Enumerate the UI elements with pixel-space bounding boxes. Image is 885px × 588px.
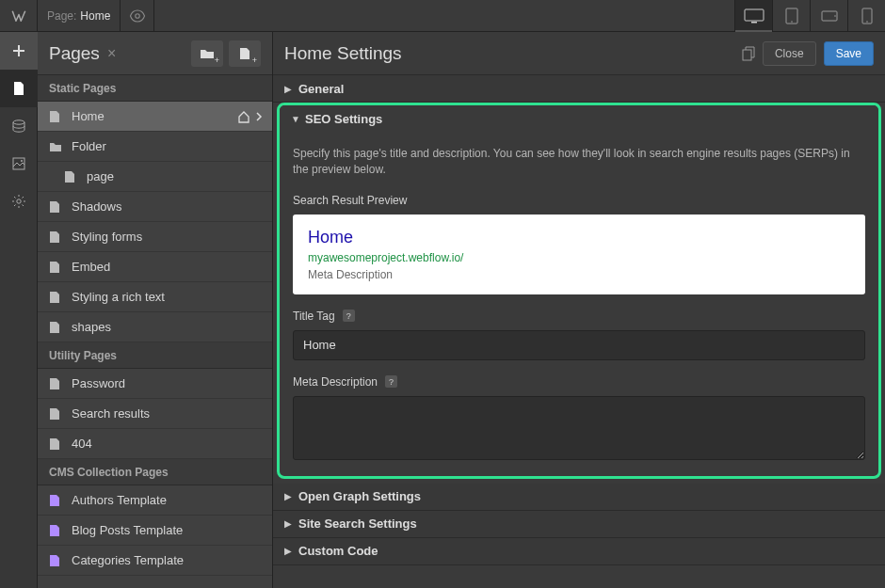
page-row-label: page [87, 169, 114, 183]
seo-description-text: Specify this page's title and descriptio… [293, 146, 865, 179]
page-row[interactable]: Search results [38, 399, 272, 429]
close-button[interactable]: Close [763, 41, 816, 66]
page-row[interactable]: Blog Posts Template [38, 516, 272, 546]
svg-point-6 [834, 15, 836, 17]
page-icon [49, 230, 62, 244]
page-row-label: Styling forms [72, 230, 142, 244]
page-row[interactable]: Password [38, 369, 272, 399]
serp-meta: Meta Description [308, 268, 850, 281]
svg-point-4 [791, 21, 793, 23]
title-tag-input[interactable] [293, 330, 865, 360]
page-row[interactable]: Shadows [38, 192, 272, 222]
duplicate-icon[interactable] [742, 46, 755, 61]
page-icon [49, 437, 62, 451]
page-row-label: Blog Posts Template [72, 523, 183, 537]
close-panel-icon[interactable]: × [107, 45, 116, 62]
accordion-label: Site Search Settings [298, 516, 417, 531]
accordion-site-search[interactable]: ▶ Site Search Settings [273, 511, 885, 538]
page-row-label: Search results [72, 406, 150, 421]
new-page-button[interactable]: + [229, 40, 261, 67]
tablet-device-icon[interactable] [772, 0, 810, 32]
pages-panel-title: Pages [49, 43, 100, 64]
new-folder-button[interactable]: + [191, 40, 223, 67]
page-icon [49, 291, 62, 304]
serp-url: myawesomeproject.webflow.io/ [308, 251, 850, 264]
page-row-label: Embed [72, 260, 110, 274]
page-row[interactable]: shapes [38, 312, 272, 342]
settings-panel-header: Home Settings Close Save [273, 32, 885, 75]
home-icon [237, 110, 250, 123]
serp-preview: Home myawesomeproject.webflow.io/ Meta D… [293, 215, 865, 294]
svg-rect-10 [13, 158, 24, 169]
desktop-device-icon[interactable] [734, 0, 772, 32]
search-preview-label: Search Result Preview [293, 194, 865, 207]
settings-panel-title: Home Settings [284, 43, 402, 64]
accordion-general[interactable]: ▶ General [273, 75, 885, 103]
help-icon[interactable]: ? [343, 310, 355, 322]
help-icon[interactable]: ? [385, 375, 397, 388]
page-icon [49, 110, 62, 123]
page-icon [49, 554, 62, 567]
page-icon [49, 261, 62, 274]
cms-panel-icon[interactable] [0, 107, 38, 145]
static-pages-section-header: Static Pages [38, 75, 272, 102]
save-button[interactable]: Save [824, 41, 874, 66]
accordion-label: Open Graph Settings [298, 489, 421, 503]
page-row[interactable]: 404 [38, 429, 272, 459]
utility-pages-section-header: Utility Pages [38, 342, 272, 369]
caret-down-icon: ▼ [291, 114, 299, 124]
pages-panel: Pages × + + Static Pages HomeFolderpageS… [38, 32, 273, 588]
page-row[interactable]: Categories Template [38, 546, 272, 576]
assets-panel-icon[interactable] [0, 145, 38, 183]
svg-point-11 [21, 160, 23, 162]
caret-right-icon: ▶ [284, 546, 293, 556]
page-icon [49, 321, 62, 334]
svg-point-9 [13, 120, 24, 124]
accordion-label: Custom Code [298, 544, 378, 558]
page-row-label: 404 [72, 437, 92, 451]
page-row-label: Shadows [72, 199, 121, 214]
accordion-custom-code[interactable]: ▶ Custom Code [273, 538, 885, 565]
caret-right-icon: ▶ [284, 518, 293, 529]
accordion-seo[interactable]: ▼ SEO Settings [280, 105, 878, 133]
accordion-open-graph[interactable]: ▶ Open Graph Settings [273, 484, 885, 511]
page-label-prefix: Page: [47, 9, 76, 23]
device-switcher [734, 0, 885, 32]
page-row[interactable]: Authors Template [38, 485, 272, 516]
page-icon [49, 494, 62, 507]
current-page-indicator[interactable]: Page: Home [38, 0, 121, 32]
add-element-icon[interactable] [0, 32, 38, 70]
caret-right-icon: ▶ [284, 84, 293, 94]
meta-description-input[interactable] [293, 396, 865, 460]
page-row-label: Password [72, 376, 125, 390]
svg-point-8 [866, 21, 868, 23]
webflow-logo-icon[interactable] [0, 0, 38, 32]
page-row-label: shapes [72, 320, 111, 334]
page-row[interactable]: Folder [38, 132, 272, 162]
page-icon [49, 377, 62, 390]
pages-panel-icon[interactable] [0, 70, 38, 107]
caret-right-icon: ▶ [284, 491, 293, 501]
cms-pages-section-header: CMS Collection Pages [38, 459, 272, 485]
page-row-label: Folder [72, 139, 106, 153]
accordion-label: SEO Settings [305, 112, 382, 126]
page-icon [49, 200, 62, 214]
page-row[interactable]: Home [38, 102, 272, 132]
svg-rect-13 [743, 50, 751, 60]
page-row[interactable]: Styling a rich text [38, 282, 272, 312]
topbar: Page: Home [0, 0, 885, 32]
page-row[interactable]: Embed [38, 252, 272, 282]
title-tag-label: Title Tag ? [293, 310, 865, 323]
mobile-landscape-device-icon[interactable] [810, 0, 847, 32]
page-row[interactable]: Styling forms [38, 222, 272, 252]
accordion-label: General [298, 82, 344, 96]
chevron-right-icon[interactable] [256, 112, 263, 121]
settings-panel: Home Settings Close Save ▶ General ▼ SEO… [273, 32, 885, 588]
svg-rect-1 [745, 9, 764, 21]
page-row[interactable]: page [38, 162, 272, 192]
page-row-label: Home [72, 109, 105, 123]
settings-panel-icon[interactable] [0, 183, 38, 220]
mobile-portrait-device-icon[interactable] [847, 0, 885, 32]
preview-toggle-icon[interactable] [121, 0, 154, 32]
left-tool-rail [0, 32, 38, 588]
